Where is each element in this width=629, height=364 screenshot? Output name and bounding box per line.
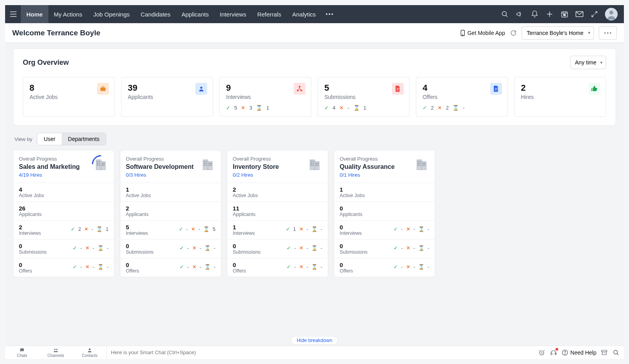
home-view-dropdown[interactable]: Terrance Boyle's Home (522, 26, 594, 40)
metric-label: Offers (126, 268, 139, 274)
svg-rect-61 (418, 165, 419, 166)
home-view-dropdown-label: Terrance Boyle's Home (527, 30, 583, 36)
metric-value: 2 (233, 186, 258, 193)
building-icon (306, 155, 324, 173)
refresh-icon[interactable] (510, 29, 517, 37)
department-card[interactable]: Overall ProgressInventory Store0/2 Hires… (227, 150, 328, 277)
nav-tab-candidates[interactable]: Candidates (135, 5, 176, 23)
metric-label: Interviews (19, 230, 41, 236)
hourglass-icon: ⌛ (353, 105, 360, 111)
svg-point-11 (604, 32, 606, 34)
stat-value: 4 (423, 83, 501, 93)
nav-more-icon[interactable] (321, 13, 338, 15)
need-help-button[interactable]: Need Help (561, 349, 596, 356)
svg-rect-52 (317, 163, 318, 164)
svg-rect-43 (310, 160, 315, 170)
x-icon: ✕ (85, 264, 90, 270)
hamburger-menu-icon[interactable] (8, 9, 18, 19)
viewby-segmented-control: User Departments (37, 133, 106, 145)
metric-row: 0Offers✓-✕-⌛- (13, 258, 114, 277)
building-icon (92, 155, 110, 173)
hide-breakdown-button[interactable]: Hide breakdown (291, 336, 338, 345)
metric-value: 0 (126, 262, 139, 268)
stat-label: Interviews (226, 94, 305, 100)
metric-row: 1Active Jobs (120, 183, 221, 201)
metric-label: Interviews (233, 230, 255, 236)
metric-breakdown: ✓1✕-⌛- (286, 226, 322, 232)
svg-rect-44 (315, 162, 319, 170)
nav-tab-home[interactable]: Home (21, 5, 48, 23)
metric-value: 26 (19, 205, 42, 212)
nav-tab-job-openings[interactable]: Job Openings (88, 5, 135, 23)
bottom-tab-contacts[interactable]: Contacts (73, 348, 107, 358)
stat-card-offers[interactable]: 4Offers✓2✕2⌛- (416, 77, 508, 117)
metric-row: 0Submissions✓-✕-⌛- (13, 239, 114, 258)
stat-card-applicants[interactable]: 39Applicants (121, 77, 213, 117)
department-card[interactable]: Overall ProgressSales and Marketing4/19 … (13, 150, 114, 277)
department-hires[interactable]: 4/19 Hires (19, 172, 109, 178)
headset-icon[interactable] (550, 349, 557, 357)
more-options-button[interactable] (599, 26, 617, 40)
alarm-clock-icon[interactable] (538, 349, 546, 357)
svg-rect-56 (422, 162, 426, 170)
metric-label: Active Jobs (126, 193, 151, 198)
department-hires[interactable]: 0/3 Hires (126, 172, 215, 178)
archive-icon[interactable] (600, 349, 608, 357)
tools-icon[interactable] (590, 10, 599, 18)
smart-chat-input[interactable] (107, 346, 534, 359)
svg-rect-51 (316, 163, 316, 164)
x-icon: ✕ (192, 264, 197, 270)
mail-icon[interactable] (575, 10, 584, 18)
hourglass-icon: ⌛ (204, 245, 211, 251)
metric-value: 0 (340, 205, 362, 212)
svg-rect-59 (418, 163, 419, 164)
department-card[interactable]: Overall ProgressSoftware Development0/3 … (120, 150, 221, 277)
stat-card-submissions[interactable]: 5Submissions✓4✕-⌛1 (318, 77, 410, 117)
stat-label: Active Jobs (29, 94, 108, 100)
metric-value: 0 (19, 243, 47, 249)
plus-icon[interactable] (545, 10, 554, 18)
svg-rect-41 (209, 165, 210, 166)
search-icon[interactable] (500, 10, 509, 18)
stat-value: 9 (226, 83, 305, 93)
metric-label: Submissions (19, 249, 47, 255)
department-card[interactable]: Overall ProgressQuality Assurance0/1 Hir… (334, 150, 435, 277)
svg-rect-62 (419, 165, 420, 166)
x-icon: ✕ (299, 226, 303, 232)
nav-tab-my-actions[interactable]: My Actions (48, 5, 88, 23)
time-filter-dropdown[interactable]: Any time (570, 56, 606, 69)
stat-card-hires[interactable]: 2Hires (514, 77, 606, 117)
bottom-tab-chats[interactable]: Chats (5, 348, 39, 358)
viewby-departments-button[interactable]: Departments (62, 133, 106, 145)
svg-rect-37 (204, 165, 205, 166)
check-icon: ✓ (226, 105, 230, 111)
stat-card-interviews[interactable]: 9Interviews✓5✕3⌛1 (219, 77, 311, 117)
hourglass-icon: ⌛ (311, 226, 318, 232)
metric-value: 4 (19, 186, 44, 193)
stat-value: 8 (29, 83, 108, 93)
department-hires[interactable]: 0/2 Hires (233, 172, 322, 178)
bell-icon[interactable] (530, 10, 539, 18)
get-mobile-app-link[interactable]: Get Mobile App (460, 30, 505, 36)
megaphone-icon[interactable] (515, 10, 524, 18)
svg-rect-46 (313, 161, 313, 162)
hourglass-icon: ⌛ (418, 226, 425, 232)
nav-tab-applicants[interactable]: Applicants (176, 5, 214, 23)
svg-point-3 (502, 11, 506, 16)
metric-row: 0Submissions✓-✕-⌛- (334, 239, 435, 258)
bottom-search-icon[interactable] (612, 349, 620, 357)
check-icon: ✓ (180, 264, 184, 270)
metric-breakdown: ✓-✕-⌛- (73, 264, 109, 270)
nav-tab-referrals[interactable]: Referrals (252, 5, 287, 23)
metric-label: Active Jobs (233, 193, 258, 198)
stat-card-active-jobs[interactable]: 8Active Jobs (23, 77, 115, 117)
nav-tab-analytics[interactable]: Analytics (287, 5, 321, 23)
viewby-user-button[interactable]: User (37, 133, 62, 145)
calendar-icon[interactable]: 31 (560, 10, 569, 18)
user-avatar[interactable] (605, 8, 618, 20)
nav-tab-interviews[interactable]: Interviews (214, 5, 252, 23)
check-icon: ✓ (73, 245, 77, 251)
department-hires[interactable]: 0/1 Hires (340, 172, 429, 178)
bottom-tab-channels[interactable]: Channels (39, 348, 73, 358)
metric-label: Applicants (233, 212, 256, 217)
